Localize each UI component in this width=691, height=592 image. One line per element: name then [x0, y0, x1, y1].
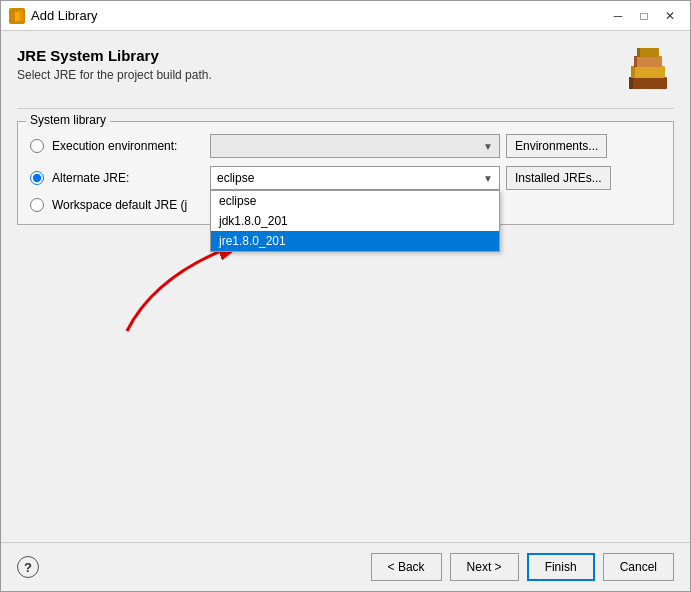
svg-rect-6	[637, 48, 659, 57]
svg-rect-2	[19, 10, 23, 21]
svg-rect-9	[634, 56, 637, 67]
option-eclipse[interactable]: eclipse	[211, 191, 499, 211]
alternate-jre-container: eclipse ▼ eclipse jdk1.8.0_201 jre1.8.0_…	[210, 166, 661, 190]
close-button[interactable]: ✕	[658, 6, 682, 26]
svg-rect-5	[634, 56, 662, 67]
footer-right: < Back Next > Finish Cancel	[371, 553, 674, 581]
svg-rect-8	[631, 66, 635, 78]
dialog-subtitle: Select JRE for the project build path.	[17, 68, 624, 82]
title-bar: Add Library ─ □ ✕	[1, 1, 690, 31]
option-jre[interactable]: jre1.8.0_201	[211, 231, 499, 251]
main-area: System library Execution environment: ▼ …	[17, 121, 674, 526]
cancel-button[interactable]: Cancel	[603, 553, 674, 581]
alternate-jre-radio[interactable]	[30, 171, 44, 185]
title-bar-left: Add Library	[9, 8, 97, 24]
group-label: System library	[26, 113, 110, 127]
alternate-jre-dropdown[interactable]: eclipse ▼	[210, 166, 500, 190]
minimize-button[interactable]: ─	[606, 6, 630, 26]
execution-env-dropdown[interactable]: ▼	[210, 134, 500, 158]
dropdown-popup: eclipse jdk1.8.0_201 jre1.8.0_201	[210, 190, 500, 252]
app-icon	[9, 8, 25, 24]
help-button[interactable]: ?	[17, 556, 39, 578]
system-library-group: System library Execution environment: ▼ …	[17, 121, 674, 225]
dropdown-arrow-2-icon: ▼	[483, 173, 493, 184]
svg-rect-0	[11, 11, 15, 21]
svg-rect-4	[631, 66, 665, 78]
alternate-jre-row: Alternate JRE: eclipse ▼ eclipse jdk1.8.…	[30, 166, 661, 190]
workspace-default-label: Workspace default JRE (j	[52, 198, 202, 212]
alternate-jre-label: Alternate JRE:	[52, 171, 202, 185]
window-controls: ─ □ ✕	[606, 6, 682, 26]
header-text: JRE System Library Select JRE for the pr…	[17, 47, 624, 82]
svg-rect-10	[637, 48, 640, 57]
environments-button[interactable]: Environments...	[506, 134, 607, 158]
alternate-jre-dropdown-wrapper: eclipse ▼ eclipse jdk1.8.0_201 jre1.8.0_…	[210, 166, 500, 190]
alternate-jre-value: eclipse	[217, 171, 254, 185]
add-library-window: Add Library ─ □ ✕ JRE System Library Sel…	[0, 0, 691, 592]
option-jdk[interactable]: jdk1.8.0_201	[211, 211, 499, 231]
svg-rect-1	[15, 12, 19, 21]
header-divider	[17, 108, 674, 109]
svg-rect-7	[629, 77, 633, 89]
execution-env-container: ▼ Environments...	[210, 134, 661, 158]
finish-button[interactable]: Finish	[527, 553, 595, 581]
dialog-content: JRE System Library Select JRE for the pr…	[1, 31, 690, 542]
svg-rect-3	[629, 77, 667, 89]
window-title: Add Library	[31, 8, 97, 23]
execution-env-radio[interactable]	[30, 139, 44, 153]
dialog-title: JRE System Library	[17, 47, 624, 64]
workspace-default-radio[interactable]	[30, 198, 44, 212]
header-section: JRE System Library Select JRE for the pr…	[17, 47, 674, 92]
next-button[interactable]: Next >	[450, 553, 519, 581]
library-icon	[624, 47, 674, 92]
execution-env-row: Execution environment: ▼ Environments...	[30, 134, 661, 158]
footer-left: ?	[17, 556, 39, 578]
execution-env-label: Execution environment:	[52, 139, 202, 153]
maximize-button[interactable]: □	[632, 6, 656, 26]
dialog-footer: ? < Back Next > Finish Cancel	[1, 542, 690, 591]
installed-jres-button[interactable]: Installed JREs...	[506, 166, 611, 190]
back-button[interactable]: < Back	[371, 553, 442, 581]
dropdown-arrow-icon: ▼	[483, 141, 493, 152]
